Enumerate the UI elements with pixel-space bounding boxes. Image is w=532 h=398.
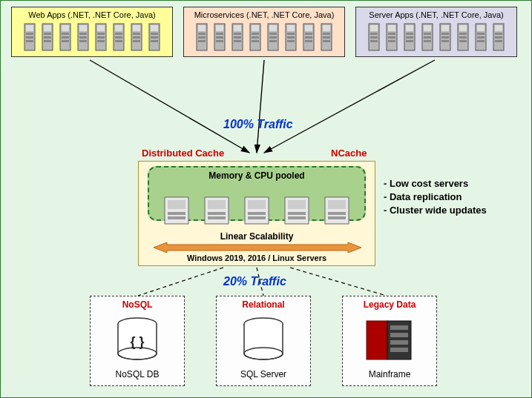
server-icon <box>266 22 280 52</box>
db-relational-icon <box>220 314 307 366</box>
db-legacy-box: Legacy Data Mainframe <box>342 296 437 386</box>
svg-rect-98 <box>406 25 413 31</box>
svg-rect-130 <box>168 216 185 219</box>
svg-rect-39 <box>133 33 140 35</box>
tier-micro-servers <box>188 22 340 52</box>
svg-rect-108 <box>441 25 449 31</box>
svg-rect-30 <box>97 36 105 39</box>
cache-server-icon <box>283 194 310 227</box>
database-cylinder-icon <box>241 316 286 364</box>
svg-rect-153 <box>367 321 387 359</box>
server-icon <box>319 22 334 52</box>
svg-rect-25 <box>79 36 87 39</box>
server-icon <box>438 22 453 52</box>
svg-rect-114 <box>459 33 467 35</box>
svg-rect-90 <box>370 36 378 39</box>
svg-rect-84 <box>323 33 330 35</box>
os-label: Windows 2019, 2016 / Linux Servers <box>139 253 375 262</box>
svg-rect-146 <box>328 216 346 219</box>
svg-rect-13 <box>44 25 51 31</box>
server-icon <box>212 22 227 52</box>
svg-rect-93 <box>388 25 395 31</box>
server-icon <box>40 22 55 52</box>
svg-rect-66 <box>252 40 259 42</box>
svg-rect-126 <box>495 40 502 42</box>
svg-rect-38 <box>133 25 140 31</box>
svg-rect-44 <box>151 33 158 35</box>
svg-rect-73 <box>287 25 295 31</box>
svg-rect-109 <box>441 33 449 35</box>
svg-rect-15 <box>44 36 51 39</box>
svg-rect-63 <box>252 25 259 31</box>
tier-micro-label: Microservices (.NET, .NET Core, Java) <box>188 10 340 19</box>
svg-rect-24 <box>79 33 87 35</box>
svg-rect-20 <box>62 36 69 39</box>
server-icon <box>301 22 316 52</box>
server-icon <box>230 22 245 52</box>
svg-rect-111 <box>441 40 449 42</box>
svg-rect-121 <box>477 40 485 42</box>
svg-rect-34 <box>115 33 122 35</box>
svg-rect-46 <box>151 40 158 42</box>
server-icon <box>384 22 399 52</box>
svg-rect-33 <box>115 25 122 31</box>
svg-rect-28 <box>97 25 105 31</box>
svg-rect-100 <box>406 36 413 39</box>
svg-rect-113 <box>459 25 467 31</box>
svg-rect-68 <box>269 25 277 31</box>
svg-rect-88 <box>370 25 378 31</box>
svg-rect-119 <box>477 33 485 35</box>
server-icon <box>129 22 144 52</box>
tier-web-label: Web Apps (.NET, .NET Core, Java) <box>16 10 168 19</box>
svg-rect-9 <box>26 33 33 35</box>
svg-rect-123 <box>495 25 502 31</box>
mainframe-icon <box>364 316 416 364</box>
svg-rect-125 <box>495 36 502 39</box>
svg-rect-11 <box>26 40 33 42</box>
svg-rect-14 <box>44 33 51 35</box>
svg-line-0 <box>90 60 249 153</box>
server-icon <box>456 22 470 52</box>
svg-text:{ }: { } <box>130 334 144 349</box>
linear-scalability-label: Linear Scalability <box>139 231 375 242</box>
cache-cluster-box: Memory & CPU pooled Linear Scalability W… <box>138 161 375 266</box>
svg-line-5 <box>290 268 387 296</box>
svg-rect-105 <box>424 36 431 39</box>
svg-rect-69 <box>269 33 277 35</box>
tier-server-servers <box>361 22 512 52</box>
svg-rect-36 <box>115 40 122 42</box>
tier-microservices: Microservices (.NET, .NET Core, Java) <box>183 7 345 57</box>
tier-server-label: Server Apps (.NET, .NET Core, Java) <box>361 10 512 19</box>
cache-server-icon <box>203 194 230 227</box>
svg-rect-59 <box>234 33 241 35</box>
svg-rect-132 <box>208 200 226 209</box>
svg-rect-103 <box>424 25 431 31</box>
svg-rect-70 <box>269 36 277 39</box>
svg-rect-49 <box>198 33 206 35</box>
svg-rect-140 <box>288 200 306 209</box>
server-icon <box>283 22 298 52</box>
cache-server-icon <box>243 194 270 227</box>
server-icon <box>402 22 417 52</box>
tier-web-servers <box>16 22 168 52</box>
server-icon <box>147 22 162 52</box>
svg-rect-83 <box>323 25 330 31</box>
svg-rect-115 <box>459 36 467 39</box>
svg-rect-60 <box>234 36 241 39</box>
svg-rect-157 <box>390 340 408 345</box>
server-icon <box>111 22 126 52</box>
bullet-item: - Low cost servers <box>384 177 487 190</box>
svg-rect-158 <box>390 348 408 352</box>
svg-rect-133 <box>208 212 226 215</box>
server-icon <box>491 22 506 52</box>
svg-rect-129 <box>168 212 185 215</box>
svg-rect-141 <box>288 212 306 215</box>
svg-rect-16 <box>44 40 51 42</box>
svg-rect-75 <box>287 36 295 39</box>
svg-rect-116 <box>459 40 467 42</box>
svg-rect-29 <box>97 33 105 35</box>
server-icon <box>194 22 209 52</box>
svg-rect-138 <box>248 216 266 219</box>
cache-server-icon <box>324 194 350 227</box>
svg-rect-50 <box>198 36 206 39</box>
